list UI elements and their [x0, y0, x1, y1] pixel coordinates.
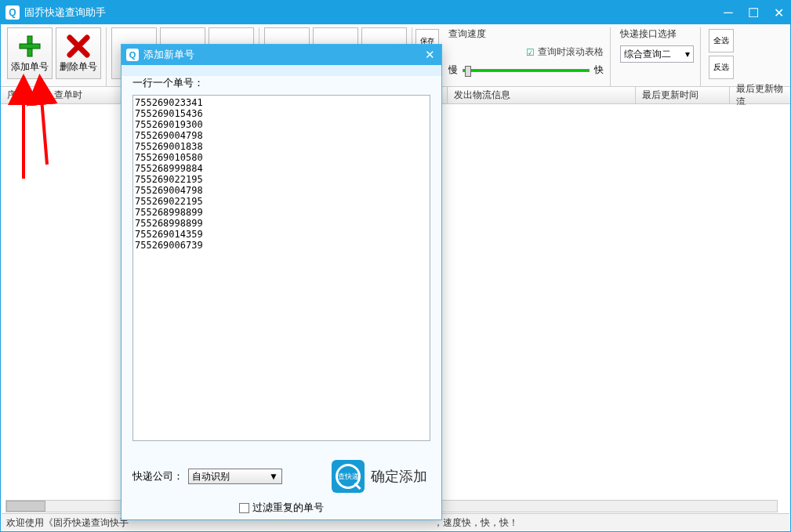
- dialog-logo-icon: Q: [126, 49, 139, 61]
- company-select[interactable]: 自动识别 ▼: [188, 469, 282, 484]
- filter-dup-label[interactable]: 过滤重复的单号: [252, 501, 324, 515]
- fast-label: 快: [594, 63, 604, 77]
- add-number-button[interactable]: 添加单号: [7, 27, 53, 79]
- status-left: 欢迎使用《固乔快递查询快手: [6, 516, 129, 528]
- speed-label: 查询速度: [448, 27, 604, 41]
- close-button[interactable]: ✕: [771, 5, 786, 20]
- company-label: 快递公司：: [132, 469, 183, 483]
- add-number-dialog: Q 添加新单号 ✕ 一行一个单号： 快递公司： 自动识别 ▼ 查快递 确定添加 …: [121, 44, 442, 520]
- window-title: 固乔快递查询助手: [24, 5, 721, 20]
- invert-select-button[interactable]: 反选: [709, 56, 734, 79]
- search-express-icon: 查快递: [332, 460, 365, 493]
- plus-icon: [17, 34, 42, 59]
- add-number-label: 添加单号: [11, 60, 49, 74]
- dialog-close-button[interactable]: ✕: [423, 48, 437, 62]
- filter-dup-checkbox[interactable]: [239, 503, 249, 513]
- svg-rect-1: [20, 44, 40, 49]
- dialog-titlebar: Q 添加新单号 ✕: [122, 45, 441, 65]
- confirm-label: 确定添加: [371, 467, 427, 486]
- col-logistics[interactable]: 发出物流信息: [448, 87, 636, 103]
- maximize-button[interactable]: ☐: [746, 5, 760, 20]
- col-seq[interactable]: 序号: [1, 87, 48, 103]
- interface-label: 快递接口选择: [620, 27, 694, 41]
- col-last-logi[interactable]: 最后更新物流: [730, 87, 790, 103]
- titlebar: Q 固乔快递查询助手 ─ ☐ ✕: [1, 1, 790, 24]
- company-value: 自动识别: [192, 470, 230, 483]
- interface-select[interactable]: 综合查询二 ▾: [620, 45, 694, 63]
- delete-number-button[interactable]: 删除单号: [56, 27, 101, 79]
- minimize-button[interactable]: ─: [721, 5, 735, 20]
- scroll-check-label[interactable]: 查询时滚动表格: [538, 45, 604, 59]
- chevron-down-icon: ▾: [685, 49, 690, 60]
- col-last-update[interactable]: 最后更新时间: [636, 87, 730, 103]
- speed-slider[interactable]: [463, 69, 590, 72]
- interface-value: 综合查询二: [624, 48, 671, 61]
- x-icon: [66, 34, 91, 59]
- tracking-numbers-textarea[interactable]: [132, 95, 430, 441]
- status-right: ，速度快，快，快！: [434, 516, 518, 528]
- app-logo-icon: Q: [5, 5, 20, 20]
- delete-number-label: 删除单号: [60, 60, 97, 74]
- chevron-down-icon: ▼: [269, 471, 278, 482]
- slow-label: 慢: [448, 63, 458, 77]
- select-all-button[interactable]: 全选: [709, 29, 734, 52]
- scroll-check-icon[interactable]: ☑: [526, 47, 535, 58]
- slider-thumb[interactable]: [465, 66, 471, 77]
- textarea-label: 一行一个单号：: [132, 76, 430, 90]
- confirm-add-button[interactable]: 查快递 确定添加: [328, 458, 430, 494]
- scrollbar-thumb[interactable]: [6, 501, 45, 512]
- dialog-title: 添加新单号: [143, 48, 423, 62]
